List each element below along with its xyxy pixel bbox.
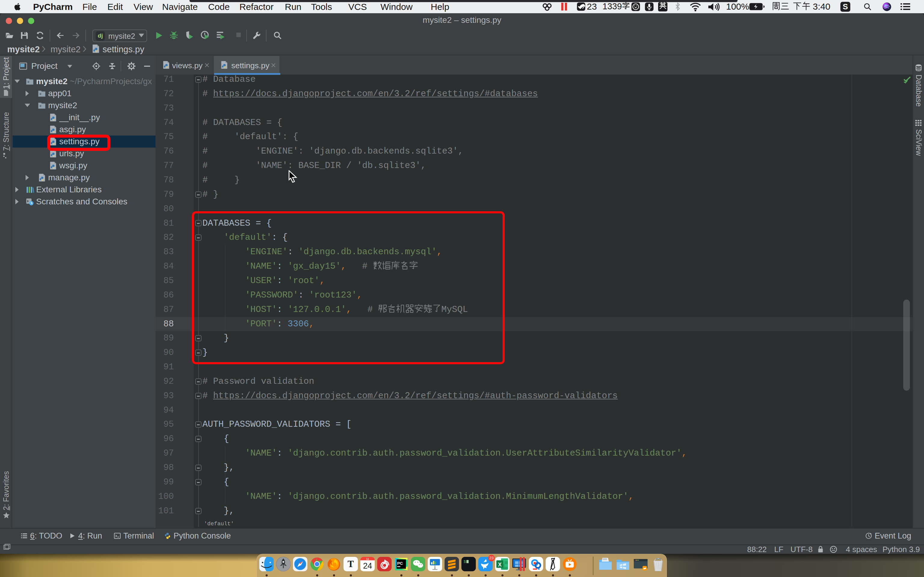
svg-text:$: $ (464, 559, 466, 564)
svg-text:24: 24 (363, 561, 372, 571)
svg-text:T: T (348, 559, 354, 569)
svg-text:X: X (498, 562, 502, 568)
svg-text:11: 11 (366, 557, 369, 561)
svg-text:PC: PC (397, 561, 403, 566)
